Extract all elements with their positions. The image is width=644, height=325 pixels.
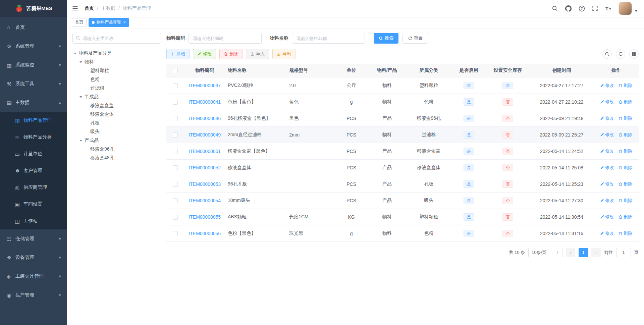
delete-row-link[interactable]: 删除 (619, 181, 632, 187)
tree-node[interactable]: 过滤棉 (72, 84, 161, 93)
hamburger-icon[interactable] (72, 5, 79, 12)
sidebar-item[interactable]: ▭计量单位 (0, 146, 67, 162)
prev-page-button[interactable]: ‹ (566, 248, 575, 257)
tree-node[interactable]: 色粉 (72, 75, 161, 84)
tree-node[interactable]: 塑料颗粒 (72, 66, 161, 75)
table-row[interactable]: ITEM000000492mm直径过滤棉2mmPCS物料过滤棉是否2022-05… (166, 126, 639, 143)
row-checkbox[interactable] (173, 83, 178, 88)
sidebar-item[interactable]: ≣物料产品分类 (0, 129, 67, 146)
fullscreen-icon[interactable] (592, 5, 598, 12)
refresh-icon[interactable] (616, 49, 625, 59)
material-code-link[interactable]: ITEM00000049 (189, 132, 221, 138)
delete-row-link[interactable]: 删除 (619, 83, 632, 89)
table-row[interactable]: ITEM00000055ABS颗粒长度1CMKG物料塑料颗粒是否2022-05-… (166, 209, 639, 225)
delete-row-link[interactable]: 删除 (619, 198, 632, 204)
select-all-checkbox[interactable] (173, 68, 178, 73)
add-button[interactable]: 新增 (166, 49, 190, 59)
edit-row-link[interactable]: 修改 (600, 198, 614, 204)
delete-row-link[interactable]: 删除 (619, 115, 632, 121)
delete-row-link[interactable]: 删除 (619, 132, 632, 138)
edit-row-link[interactable]: 修改 (600, 83, 614, 89)
delete-button[interactable]: 删除 (219, 49, 243, 59)
tab-home[interactable]: 首页 (72, 18, 87, 27)
table-row[interactable]: ITEM0000005396孔孔板PCS产品孔板是否2022-05-14 11:… (166, 176, 639, 192)
code-filter-input[interactable] (189, 33, 262, 44)
tree-expand-icon[interactable] (79, 96, 82, 99)
name-filter-input[interactable] (292, 33, 365, 44)
sidebar-item[interactable]: ⚙系统管理▼ (0, 37, 67, 56)
material-code-link[interactable]: ITEM00000052 (189, 165, 221, 170)
goto-page-input[interactable] (616, 248, 631, 257)
sidebar-item[interactable]: ◫工作站 (0, 213, 67, 229)
table-row[interactable]: ITEM00000041色粉【蓝色】蓝色g物料色粉是否2022-04-27 22… (166, 94, 639, 110)
table-row[interactable]: ITEM00000052移液盒盒体PCS产品移液盒盒体是否2022-05-14 … (166, 159, 639, 176)
tree-node[interactable]: 产成品 (72, 136, 161, 145)
sidebar-item[interactable]: ⌂首页 (0, 18, 67, 37)
row-checkbox[interactable] (173, 198, 178, 203)
row-checkbox[interactable] (173, 165, 178, 170)
tree-expand-icon[interactable] (79, 61, 82, 64)
column-settings-icon[interactable] (629, 49, 639, 59)
page-size-select[interactable]: 10条/页 ▼ (528, 248, 562, 257)
row-checkbox[interactable] (173, 116, 178, 121)
breadcrumb-master-data[interactable]: 主数据 (101, 5, 115, 11)
tree-node[interactable]: 物料及产品分类 (72, 49, 161, 58)
material-code-link[interactable]: ITEM00000037 (189, 83, 221, 88)
close-icon[interactable]: ✕ (123, 21, 126, 24)
row-checkbox[interactable] (173, 215, 178, 220)
sidebar-item[interactable]: ☻客户管理 (0, 162, 67, 179)
reset-button[interactable]: 重置 (402, 33, 428, 44)
export-button[interactable]: 导出 (272, 49, 296, 59)
toggle-search-icon[interactable] (602, 49, 612, 59)
tree-node[interactable]: 移液盒盒盖 (72, 101, 161, 110)
row-checkbox[interactable] (173, 231, 178, 236)
github-icon[interactable] (565, 5, 572, 12)
tree-node[interactable]: 移液盒96孔 (72, 145, 161, 154)
search-icon[interactable] (551, 5, 558, 12)
material-code-link[interactable]: ITEM00000055 (189, 214, 221, 220)
breadcrumb-home[interactable]: 首页 (85, 5, 94, 11)
sidebar-item-active[interactable]: ▥物料产品管理 (0, 112, 67, 129)
tree-node[interactable]: 移液盒48孔 (72, 154, 161, 162)
row-checkbox[interactable] (173, 132, 178, 138)
row-checkbox[interactable] (173, 182, 178, 187)
delete-row-link[interactable]: 删除 (619, 214, 632, 220)
tree-node[interactable]: 孔板 (72, 119, 161, 127)
edit-row-link[interactable]: 修改 (600, 148, 614, 154)
material-code-link[interactable]: ITEM00000056 (189, 231, 221, 236)
table-row[interactable]: ITEM0000005410mm吸头PCS产品吸头是否2022-05-14 11… (166, 192, 639, 209)
font-size-icon[interactable]: TT (605, 5, 612, 12)
row-checkbox[interactable] (173, 149, 178, 154)
next-page-button[interactable]: › (591, 248, 601, 257)
import-button[interactable]: 导入 (246, 49, 269, 59)
delete-row-link[interactable]: 删除 (619, 230, 632, 236)
delete-row-link[interactable]: 删除 (619, 165, 632, 171)
edit-row-link[interactable]: 修改 (600, 132, 614, 138)
sidebar-item[interactable]: ⚒系统工具▼ (0, 74, 67, 93)
edit-button[interactable]: 修改 (193, 49, 216, 59)
tree-node[interactable]: 物料 (72, 58, 161, 66)
material-code-link[interactable]: ITEM00000046 (189, 116, 221, 121)
category-search-input[interactable] (72, 33, 161, 44)
sidebar-item[interactable]: ▣车间设置 (0, 196, 67, 213)
delete-row-link[interactable]: 删除 (619, 99, 632, 105)
user-menu[interactable]: ▼ (619, 2, 638, 15)
tree-node[interactable]: 半成品 (72, 93, 161, 101)
tree-node[interactable]: 吸头 (72, 127, 161, 136)
edit-row-link[interactable]: 修改 (600, 99, 614, 105)
delete-row-link[interactable]: 删除 (619, 148, 632, 154)
sidebar-item[interactable]: ▦系统监控▼ (0, 56, 67, 74)
table-row[interactable]: ITEM0000004696孔移液盒【黑色】黑色PCS产品移液盒96孔是否202… (166, 110, 639, 126)
tree-expand-icon[interactable] (74, 53, 76, 56)
sidebar-item[interactable]: ❖设备管理▼ (0, 248, 67, 267)
table-row[interactable]: ITEM00000051移液盒盒盖【黑色】PCS产品移液盒盒盖是否2022-05… (166, 143, 639, 159)
tab-material-management[interactable]: 物料产品管理 ✕ (89, 18, 129, 27)
sidebar-item[interactable]: ◈工装夹具管理▼ (0, 267, 67, 286)
table-row[interactable]: ITEM00000056色粉【黑色】珠光黑g物料色粉是否2022-05-14 1… (166, 225, 639, 241)
tree-node[interactable]: 移液盒盒体 (72, 110, 161, 119)
edit-row-link[interactable]: 修改 (600, 181, 614, 187)
material-code-link[interactable]: ITEM00000051 (189, 149, 221, 154)
sidebar-item[interactable]: ☷仓储管理▼ (0, 229, 67, 248)
edit-row-link[interactable]: 修改 (600, 214, 614, 220)
material-code-link[interactable]: ITEM00000054 (189, 198, 221, 203)
